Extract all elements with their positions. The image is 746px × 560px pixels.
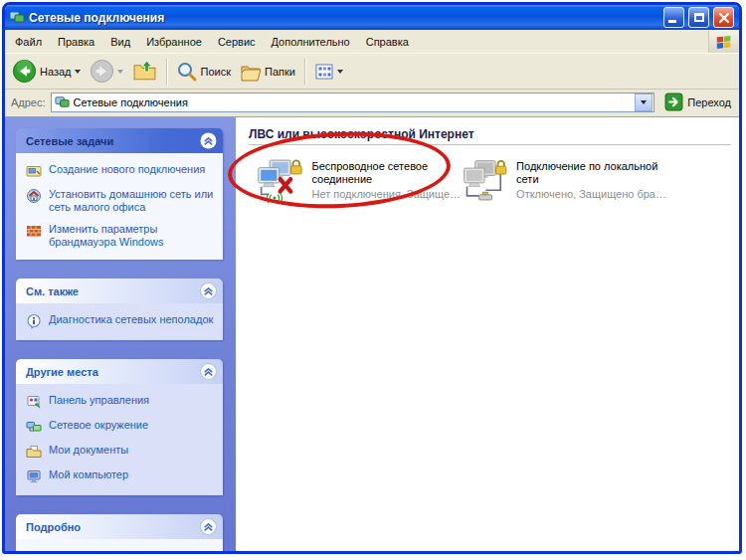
menu-favorites[interactable]: Избранное	[138, 33, 210, 51]
views-icon	[314, 62, 334, 82]
link-label: Мои документы	[49, 444, 128, 460]
chevron-up-icon[interactable]	[200, 518, 217, 535]
info-icon	[26, 313, 42, 329]
folders-icon	[240, 61, 262, 83]
menu-tools[interactable]: Сервис	[210, 33, 264, 51]
back-label: Назад	[40, 66, 72, 78]
section-other-places-header[interactable]: Другие места	[16, 359, 223, 384]
minimize-button[interactable]	[663, 7, 684, 28]
wireless-connection-icon	[255, 157, 303, 205]
address-label: Адрес:	[11, 96, 46, 108]
lan-connection-icon	[461, 157, 508, 205]
window-title: Сетевые подключения	[29, 11, 659, 25]
menu-edit[interactable]: Правка	[50, 33, 102, 51]
back-icon	[12, 59, 37, 84]
connection-items: Беспроводное сетевое соединение Нет подк…	[249, 155, 731, 205]
title-bar[interactable]: Сетевые подключения	[5, 5, 739, 30]
connection-status: Нет подключения, Защище…	[311, 188, 461, 200]
chevron-up-icon[interactable]	[200, 132, 217, 149]
my-computer-icon	[26, 468, 42, 484]
section-title: Подробно	[26, 521, 81, 533]
task-pane-sidebar: Сетевые задачи Создание нового подключен…	[5, 117, 236, 551]
lan-connection-item[interactable]: Подключение по локальной сети Отключено,…	[461, 157, 666, 205]
menu-help[interactable]: Справка	[358, 33, 417, 51]
menu-file[interactable]: Файл	[7, 33, 50, 51]
task-change-firewall-settings[interactable]: Изменить параметры брандмауэра Windows	[26, 223, 217, 249]
lan-connection-text: Подключение по локальной сети Отключено,…	[516, 157, 666, 205]
views-dropdown-icon[interactable]	[337, 70, 343, 74]
section-title: Сетевые задачи	[26, 135, 113, 147]
menu-bar: Файл Правка Вид Избранное Сервис Дополни…	[5, 30, 739, 53]
task-label: Создание нового подключения	[49, 163, 205, 179]
chevron-down-icon	[641, 100, 647, 104]
chevron-up-icon[interactable]	[200, 363, 217, 380]
connection-name: Подключение по локальной сети	[516, 160, 665, 186]
toolbar-separator	[304, 59, 305, 85]
section-network-tasks-header[interactable]: Сетевые задачи	[16, 128, 223, 153]
section-details-header[interactable]: Подробно	[16, 514, 223, 539]
folders-button[interactable]: Папки	[237, 59, 298, 85]
link-label: Мой компьютер	[49, 468, 128, 484]
toolbar-separator	[166, 59, 167, 85]
address-input[interactable]: Сетевые подключения	[51, 93, 655, 112]
link-my-documents[interactable]: Мои документы	[26, 444, 217, 460]
group-header-lan: ЛВС или высокоскоростной Интернет	[249, 125, 731, 145]
control-panel-icon	[26, 394, 42, 410]
section-see-also-body: Диагностика сетевых неполадок	[16, 303, 223, 340]
section-network-tasks-body: Создание нового подключения Установить д…	[16, 153, 223, 260]
search-icon	[176, 61, 198, 83]
link-my-computer[interactable]: Мой компьютер	[26, 468, 217, 484]
maximize-icon	[694, 13, 704, 22]
connections-list-pane: ЛВС или высокоскоростной Интернет	[236, 117, 739, 551]
link-control-panel[interactable]: Панель управления	[26, 394, 217, 410]
windows-logo-icon	[708, 30, 739, 53]
go-button[interactable]: Переход	[659, 92, 736, 112]
go-label: Переход	[687, 96, 731, 108]
address-value: Сетевые подключения	[74, 96, 632, 108]
task-network-diagnostics[interactable]: Диагностика сетевых неполадок	[26, 313, 217, 329]
forward-icon	[90, 59, 114, 84]
search-label: Поиск	[201, 66, 231, 78]
menu-advanced[interactable]: Дополнительно	[264, 33, 358, 51]
task-label: Изменить параметры брандмауэра Windows	[49, 223, 217, 249]
connection-name: Беспроводное сетевое соединение	[311, 160, 461, 186]
content-area: Сетевые задачи Создание нового подключен…	[5, 117, 739, 551]
close-button[interactable]	[713, 7, 734, 28]
new-connection-icon	[26, 163, 42, 179]
section-title: Другие места	[26, 366, 98, 378]
section-network-tasks: Сетевые задачи Создание нового подключен…	[16, 128, 223, 260]
task-label: Диагностика сетевых неполадок	[49, 313, 213, 329]
connection-status: Отключено, Защищено бра…	[516, 188, 666, 200]
window-icon	[9, 9, 25, 27]
network-places-icon	[26, 419, 42, 435]
section-title: См. также	[26, 285, 79, 297]
link-network-places[interactable]: Сетевое окружение	[26, 419, 217, 435]
section-details: Подробно Сетевые подключения Системная п…	[16, 514, 223, 551]
maximize-button[interactable]	[688, 7, 709, 28]
link-label: Панель управления	[49, 394, 149, 410]
task-setup-home-network[interactable]: Установить домашнюю сеть или сеть малого…	[26, 188, 217, 214]
task-label: Установить домашнюю сеть или сеть малого…	[49, 188, 217, 214]
forward-dropdown-icon	[117, 70, 123, 74]
back-button[interactable]: Назад	[9, 57, 84, 86]
wireless-connection-item[interactable]: Беспроводное сетевое соединение Нет подк…	[255, 157, 461, 205]
back-dropdown-icon[interactable]	[75, 70, 81, 74]
up-button[interactable]	[129, 57, 160, 86]
go-icon	[664, 93, 683, 111]
views-button[interactable]	[311, 60, 346, 84]
task-new-connection[interactable]: Создание нового подключения	[26, 163, 217, 179]
forward-button[interactable]	[87, 57, 126, 86]
link-label: Сетевое окружение	[49, 419, 148, 435]
address-location-icon	[55, 94, 70, 109]
toolbar: Назад Поиск Папки	[5, 53, 739, 90]
network-connections-window: Сетевые подключения Файл Правка Вид Избр…	[2, 2, 742, 554]
section-see-also-header[interactable]: См. также	[16, 279, 223, 303]
home-network-icon	[26, 188, 42, 204]
search-button[interactable]: Поиск	[173, 59, 234, 85]
chevron-up-icon[interactable]	[200, 282, 217, 299]
folders-label: Папки	[265, 66, 295, 78]
close-icon	[718, 12, 730, 24]
minimize-icon	[668, 20, 676, 23]
menu-view[interactable]: Вид	[102, 33, 138, 51]
address-dropdown-button[interactable]	[635, 93, 653, 111]
